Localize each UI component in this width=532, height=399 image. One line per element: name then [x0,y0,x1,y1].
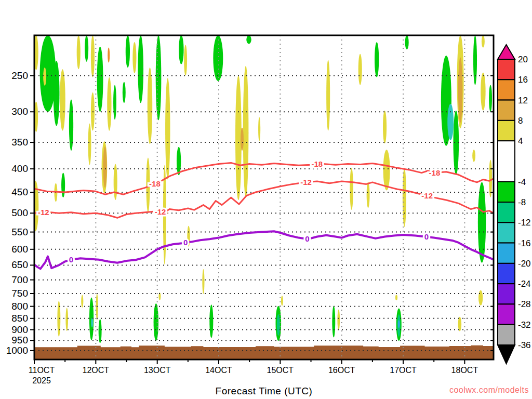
colorbar-label: -24 [518,279,531,289]
y-tick-label: 750 [11,288,28,299]
omega-blob [69,100,73,151]
colorbar-box [498,325,515,345]
x-tick-label: 15OCT [267,366,294,375]
omega-blob [478,290,483,305]
omega-blob [60,69,65,130]
watermark-link[interactable]: coolwx.com/modelts [449,385,529,395]
contour-label-freezing-level-0: 0 [305,234,309,243]
omega-blob [458,317,462,331]
colorbar-box [498,263,515,284]
omega-blob [103,147,107,188]
omega-blob [97,47,103,112]
colorbar-box [498,222,515,243]
x-tick-label: 12OCT [83,366,110,375]
colorbar-label: -32 [518,320,531,330]
omega-blob [107,77,111,131]
colorbar-label: 16 [518,75,528,85]
omega-blob [43,68,46,86]
omega-blob [243,66,249,197]
terrain-profile [34,345,494,360]
omega-blob [482,35,485,48]
omega-blob [277,314,280,336]
omega-blob [235,76,242,200]
x-tick-label: 13OCT [144,366,171,375]
omega-blob [458,57,462,123]
omega-blob [148,68,152,144]
colorbar-label: -28 [518,299,531,309]
omega-blob [447,104,454,140]
y-tick-label: 250 [11,70,28,81]
x-axis-title: Forecast Time (UTC) [34,385,494,397]
omega-blob [179,35,183,64]
omega-blob [156,35,162,120]
colorbar-box [498,304,515,324]
colorbar-box [498,182,515,202]
contour-label-dendritic-growth--12: -12 [421,191,433,200]
omega-blob [209,304,213,338]
omega-blob [326,60,330,130]
colorbar-label: 8 [518,116,523,126]
y-tick-label: 850 [11,313,28,324]
omega-blob [395,295,397,300]
y-tick-label: 900 [11,324,28,335]
omega-blob [123,82,126,103]
omega-blob [99,319,102,343]
contour-label-dendritic-growth--18: -18 [149,179,161,188]
omega-blob [281,296,283,306]
omega-blob [337,310,340,330]
x-tick-label: 17OCT [390,366,417,375]
colorbar-box [498,59,515,79]
y-tick-label: 600 [11,244,28,255]
omega-blob [246,35,251,44]
omega-blob [398,320,400,328]
omega-blob [85,35,88,62]
contour-label-dendritic-growth--12: -12 [155,207,166,216]
omega-blob [54,61,60,126]
x-tick-label: 16OCT [328,366,355,375]
y-tick-label: 650 [11,259,28,270]
colorbar-label: 20 [518,55,528,64]
omega-blob [332,306,335,338]
contour-label-freezing-level-0: 0 [183,238,188,247]
colorbar-label: 12 [518,96,528,105]
plot-svg: -18-18-18-12-12-12-120000250300350400450… [0,0,532,399]
colorbar-box [498,121,515,141]
contour-label-dendritic-growth--12: -12 [300,178,312,187]
omega-blob [405,35,409,49]
y-tick-label: 300 [11,106,28,117]
omega-blob [40,35,56,112]
omega-blob [473,35,477,85]
y-tick-label: 500 [11,207,28,218]
omega-blob [383,111,387,144]
y-tick-label: 1000 [6,345,28,356]
contour-label-freezing-level-0: 0 [424,232,429,241]
colorbar-box [498,79,515,100]
x-tick-label: 18OCT [451,366,478,375]
colorbar-box [498,141,515,182]
colorbar-label: -4 [518,177,526,187]
omega-blob [61,173,65,197]
omega-blob [91,318,93,327]
colorbar-label: -36 [518,340,531,350]
contour-label-dendritic-growth--12: -12 [38,208,49,217]
omega-blob [375,42,379,77]
y-tick-label: 550 [11,227,28,237]
colorbar-box [498,243,515,263]
x-tick-label: 14OCT [205,366,232,375]
omega-forecast-chart: 2025101100 GFS Forecast Omega (shaded, −… [0,0,532,399]
omega-blob [113,85,116,120]
colorbar-label: -20 [518,259,531,269]
omega-blob [138,35,143,103]
omega-blob [241,128,244,151]
omega-blob [202,269,204,294]
colorbar-label: -8 [518,197,526,207]
y-tick-label: 350 [11,137,28,148]
omega-blob [358,54,362,85]
y-tick-label: 800 [11,301,28,312]
colorbar-box [498,100,515,121]
x-tick-label: 11OCT [29,366,55,375]
y-tick-label: 400 [11,163,28,174]
omega-blob [481,72,485,110]
colorbar-label: -16 [518,238,531,248]
omega-blob [132,42,136,73]
